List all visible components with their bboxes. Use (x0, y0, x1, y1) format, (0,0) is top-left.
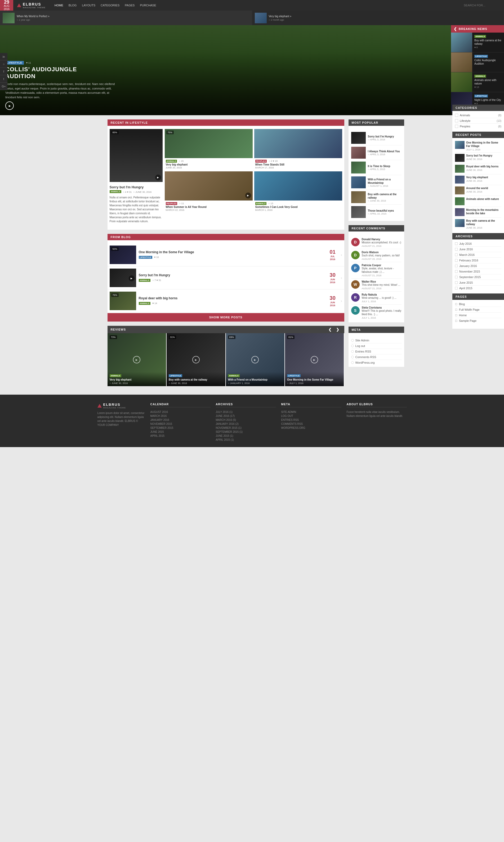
meta-item-5[interactable]: WordPress.org (351, 360, 401, 365)
archive-item-8[interactable]: June 2015 (455, 280, 501, 286)
review-card-play-1[interactable]: ▶ (133, 356, 140, 363)
blog-item-play-2[interactable]: ▶ (129, 275, 134, 281)
sp-item-4[interactable]: Very big elephant JUNE 30, 2016 (455, 174, 501, 185)
mini-slide-2[interactable]: Very big elephant » ○ 2 month ago (252, 11, 504, 25)
social-circle[interactable]: ○ (0, 60, 7, 68)
pop-item-3[interactable]: It is Time to Sleep ○ APRIL 5, 2015 (351, 160, 401, 175)
archive-item-9[interactable]: April 2015 (455, 286, 501, 291)
lifestyle-card-3[interactable]: ▶ PEOPLES ○ 11 When Summer is All Year R… (165, 172, 253, 212)
archive-item-3[interactable]: March 2016 (455, 252, 501, 258)
footer-arch-1[interactable]: JULY 2016 (1) (216, 410, 276, 414)
lifestyle-card-play-3[interactable]: ▶ (245, 193, 251, 198)
meta-item-2[interactable]: Log out (351, 343, 401, 349)
footer-meta-3[interactable]: ENTRIES RSS (281, 418, 341, 422)
cat-item-3[interactable]: Peoples (8) (455, 124, 501, 129)
blog-item-2[interactable]: ▶ Sorry but I'm Hungry ANIMALS ○ 7 ♥ 31 … (108, 266, 344, 289)
lifestyle-card-4[interactable]: ANIMALS ○ 13 Sometimes I Can Look Very G… (254, 172, 342, 212)
breaking-post-3[interactable]: ANIMALS Animals alone with nature ♥ 13 (451, 72, 504, 92)
search-input[interactable] (464, 4, 500, 7)
reviews-next[interactable]: ❯ (335, 327, 341, 332)
social-linkedin[interactable]: in (0, 53, 7, 60)
sp-item-1[interactable]: One Morning in the Some Far Village JULY… (455, 140, 501, 153)
nav-categories[interactable]: CATEGORIES (98, 0, 122, 11)
pop-item-5[interactable]: Boy with camera at the railway ○ JUNE 30… (351, 190, 401, 205)
nav-blog[interactable]: BLOG (66, 0, 79, 11)
pop-item-4[interactable]: With a Friend on a Mountaintop ○ AUGUST … (351, 175, 401, 190)
pop-item-6[interactable]: Those beautiful eyes ○ APRIL 10, 2015 (351, 205, 401, 219)
archive-item-7[interactable]: September 2015 (455, 274, 501, 280)
footer-cal-6[interactable]: JUNE 2015 (150, 430, 211, 434)
pages-item-1[interactable]: ☐ Blog (455, 301, 501, 307)
cat-item-1[interactable]: Animals (8) (455, 112, 501, 118)
cat-item-2[interactable]: Lifestyle (13) (455, 118, 501, 124)
review-card-4[interactable]: 81% ▶ LIFESTYLE One Morning in the Some … (285, 333, 344, 386)
pages-item-4[interactable]: ☐ Sample Page (455, 318, 501, 323)
pages-item-3[interactable]: ☐ Home (455, 312, 501, 318)
blog-item-arrow-2[interactable]: › (341, 276, 342, 280)
blog-item-arrow-3[interactable]: › (341, 299, 342, 303)
archive-item-2[interactable]: June 2016 (455, 247, 501, 252)
footer-cal-5[interactable]: SEPTEMBER 2015 (150, 426, 211, 430)
reviews-prev[interactable]: ❮ (327, 327, 334, 332)
sp-item-7[interactable]: Morning in the mountains beside the lake (455, 207, 501, 218)
logo[interactable]: ELBRUS MAGAZINE THEME (13, 0, 49, 11)
breaking-post-1[interactable]: ANIMALS Boy with camera at the railway ♥… (451, 33, 504, 52)
footer-cal-2[interactable]: MARCH 2016 (150, 414, 211, 418)
archive-item-6[interactable]: November 2015 (455, 269, 501, 274)
footer-meta-1[interactable]: SITE ADMIN (281, 410, 341, 414)
blog-item-1[interactable]: 50% One Morning in the Some Far Village … (108, 244, 344, 266)
social-facebook[interactable]: f (0, 68, 7, 75)
footer-arch-2[interactable]: JUNE 2016 (17) (216, 414, 276, 418)
review-card-play-3[interactable]: ▶ (251, 356, 259, 363)
sp-item-5[interactable]: Around the world JUNE 30, 2016 (455, 185, 501, 196)
breaking-prev-arrow[interactable]: ❮ (454, 27, 457, 31)
footer-arch-4[interactable]: JANUARY 2016 (2) (216, 422, 276, 426)
footer-cal-4[interactable]: NOVEMBER 2015 (150, 422, 211, 426)
footer-cal-3[interactable]: JANUARY 2016 (150, 418, 211, 422)
lifestyle-card-2[interactable]: PEOPLES ○ 2 ♥ 19 When Time Stands Still … (254, 129, 342, 170)
archive-item-5[interactable]: January 2016 (455, 263, 501, 269)
blog-item-arrow-1[interactable]: › (341, 253, 342, 257)
sp-item-6[interactable]: Animals alone with nature (455, 196, 501, 207)
footer-arch-7[interactable]: JUNE 2015 (1) (216, 434, 276, 438)
footer-meta-5[interactable]: WORDPRESS.ORG (281, 426, 341, 430)
footer-cal-7[interactable]: APRIL 2015 (150, 434, 211, 438)
breaking-post-2[interactable]: LIFESTYLE Collis' Audiojungle Audition (451, 52, 504, 72)
sp-item-8[interactable]: Boy with camera at the railway JUNE 30, … (455, 218, 501, 230)
meta-item-4[interactable]: Comments RSS (351, 354, 401, 360)
pop-item-2[interactable]: I Always Think About You ○ APRIL 3, 2016 (351, 145, 401, 160)
blog-item-3[interactable]: 76% Royal deer with big horns ANIMALS ♥ … (108, 289, 344, 312)
hero-main-slide[interactable]: LIFESTYLE ♥ 11 COLLIS' AUDIOJUNGLE AUDIT… (0, 25, 451, 115)
review-card-3[interactable]: 69% ▶ ANIMALS With a Friend on a Mountai… (226, 333, 285, 386)
review-card-play-4[interactable]: ▶ (311, 356, 318, 363)
hero-play-button[interactable] (5, 102, 14, 110)
lifestyle-card-1[interactable]: 75% ANIMALS ○ 15 Very big elephant JUNE … (165, 129, 253, 170)
sp-item-2[interactable]: Sorry but I'm Hungry JUNE 30, 2016 (455, 153, 501, 163)
footer-arch-8[interactable]: APRIL 2015 (1) (216, 438, 276, 442)
sp-item-3[interactable]: Royal deer with big horns JUNE 30, 2016 (455, 163, 501, 174)
pages-item-2[interactable]: ☐ Full Width Page (455, 307, 501, 312)
nav-purchase[interactable]: PURCHASE (137, 0, 159, 11)
lifestyle-main-play[interactable]: ▶ (155, 175, 161, 180)
footer-arch-3[interactable]: MARCH 2016 (5) (216, 418, 276, 422)
nav-home[interactable]: HOME (52, 0, 66, 11)
footer-meta-2[interactable]: LOG OUT (281, 414, 341, 418)
nav-layouts[interactable]: LAYOUTS (79, 0, 98, 11)
nav-pages[interactable]: PAGES (122, 0, 137, 11)
meta-item-3[interactable]: Entries RSS (351, 349, 401, 354)
mini-slide-1[interactable]: When My World is Perfect » ○ 1 year ago (0, 11, 252, 25)
footer-arch-6[interactable]: SEPTEMBER 2015 (1) (216, 430, 276, 434)
review-card-play-2[interactable]: ▶ (192, 356, 200, 363)
social-twitter[interactable]: t (0, 75, 7, 83)
show-more-button[interactable]: SHOW MORE POSTS (108, 313, 344, 322)
footer-cal-1[interactable]: AUGUST 2016 (150, 410, 211, 414)
review-card-1[interactable]: 73% ▶ ANIMALS Very big elephant ○ JUNE 3… (108, 333, 167, 386)
footer-arch-5[interactable]: NOVEMBER 2015 (1) (216, 426, 276, 430)
pop-item-1[interactable]: Sorry but I'm Hungry ○ APRIL 3, 2016 (351, 130, 401, 145)
archive-item-1[interactable]: July 2016 (455, 241, 501, 247)
review-card-2[interactable]: 31% ▶ LIFESTYLE Boy with camera at the r… (167, 333, 226, 386)
archive-item-4[interactable]: February 2016 (455, 258, 501, 263)
footer-meta-4[interactable]: COMMENTS RSS (281, 422, 341, 426)
social-googleplus[interactable]: G+ (0, 83, 7, 90)
meta-item-1[interactable]: Site Admin (351, 338, 401, 343)
